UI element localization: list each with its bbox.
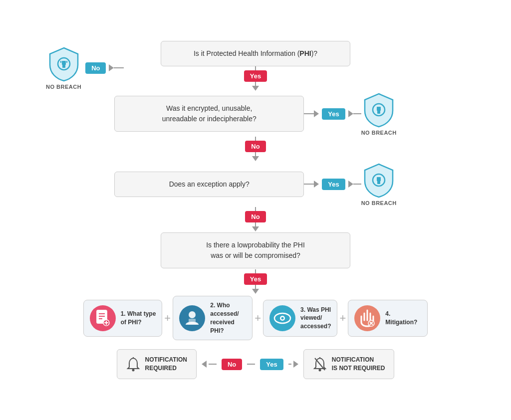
- arrow-down-4: [252, 289, 259, 294]
- arrow-down-1: [252, 86, 259, 91]
- arrow-right-3b: [348, 181, 353, 188]
- conn-v-8: [255, 285, 256, 289]
- no-badge-3: No: [245, 211, 265, 222]
- factor-circle-4: [354, 305, 380, 331]
- plus-2: +: [255, 312, 261, 325]
- svg-rect-22: [188, 323, 197, 324]
- svg-point-20: [189, 311, 196, 318]
- plus-3: +: [339, 312, 346, 325]
- svg-point-31: [318, 369, 321, 372]
- bottom-row: NOTIFICATIONREQUIRED No Yes NOTIFICATION…: [117, 349, 395, 379]
- arrow-left-bottom: [202, 361, 207, 368]
- factor-text-3: 3. Was PHIviewed/accessed?: [300, 306, 331, 331]
- conn-v-5: [255, 207, 256, 211]
- arrow-right-2b: [348, 110, 353, 117]
- notification-not-required-box: NOTIFICATIONIS NOT REQUIRED: [303, 349, 395, 379]
- no-breach-label-3: NO BREACH: [361, 200, 397, 206]
- svg-rect-2: [62, 64, 65, 68]
- factor-card-4: 4. Mitigation?: [348, 300, 428, 337]
- no-breach-2: NO BREACH: [361, 92, 397, 136]
- factor-card-1: 1. What typeof PHI?: [83, 300, 163, 337]
- line-h-2b: [353, 113, 361, 114]
- factor-circle-3: [269, 305, 295, 331]
- factors-row: 1. What typeof PHI? + 2. Whoaccessed/rec…: [16, 296, 495, 340]
- factor-text-4: 4. Mitigation?: [385, 310, 421, 327]
- arrow-down-3: [252, 226, 259, 231]
- conn-v-4: [255, 152, 256, 156]
- line-h-1: [114, 67, 124, 68]
- connector-v-2: [255, 82, 256, 86]
- yes-badge-bottom: Yes: [260, 359, 283, 370]
- svg-point-29: [132, 369, 134, 372]
- factor-text-1: 1. What typeof PHI?: [121, 310, 156, 327]
- h-line-bottom-right: [247, 364, 255, 365]
- conn-v-6: [255, 222, 256, 226]
- yes-badge-2: Yes: [322, 108, 345, 120]
- no-badge-2: No: [245, 141, 265, 152]
- factor-card-2: 2. Whoaccessed/received PHI?: [173, 296, 253, 340]
- conn-v-7: [255, 269, 256, 273]
- svg-point-25: [281, 317, 284, 319]
- yes-badge-3: Yes: [322, 179, 345, 190]
- flowchart-diagram: NO BREACH No Is it Protected Health Info…: [16, 31, 495, 389]
- svg-rect-21: [189, 319, 196, 323]
- factor-circle-2: [179, 305, 205, 331]
- h-line-bottom-r2: [288, 364, 291, 365]
- notification-required-box: NOTIFICATIONREQUIRED: [117, 349, 197, 379]
- no-badge-1: No: [85, 62, 106, 74]
- arrow-right-3: [314, 181, 319, 188]
- arrow-down-2: [252, 156, 259, 161]
- factor-text-2: 2. Whoaccessed/received PHI?: [210, 301, 246, 335]
- yes-badge-1: Yes: [244, 70, 267, 82]
- box-exception: Does an exception apply?: [114, 172, 304, 197]
- no-breach-3: NO BREACH: [361, 162, 397, 206]
- arrow-right-bottom: [293, 361, 298, 368]
- notification-required-text: NOTIFICATIONREQUIRED: [145, 356, 187, 373]
- line-h-2a: [304, 113, 314, 114]
- no-badge-bottom: No: [222, 359, 242, 370]
- arrow-right-2: [314, 110, 319, 117]
- connector-v-1: [255, 66, 256, 70]
- notification-not-required-text: NOTIFICATIONIS NOT REQUIRED: [332, 356, 385, 373]
- yes-badge-4: Yes: [244, 273, 267, 285]
- box-lowprobability: Is there a lowprobability the PHIwas or …: [161, 232, 350, 268]
- no-breach-label-2: NO BREACH: [361, 130, 397, 136]
- conn-v-3: [255, 137, 256, 141]
- line-h-3b: [353, 184, 361, 185]
- no-breach-1: NO BREACH: [46, 46, 81, 90]
- line-h-3a: [304, 184, 314, 185]
- plus-1: +: [164, 312, 171, 325]
- h-line-bottom-left: [209, 364, 217, 365]
- svg-rect-7: [377, 110, 380, 114]
- box-encrypted: Was it encrypted, unusable,unreadable or…: [114, 96, 304, 132]
- no-breach-label-1: NO BREACH: [46, 84, 81, 90]
- svg-rect-10: [377, 180, 380, 184]
- factor-card-3: 3. Was PHIviewed/accessed?: [263, 300, 337, 337]
- factor-circle-1: [90, 305, 116, 331]
- no-arrow-left-group: No Yes: [202, 359, 298, 370]
- box-phi: Is it Protected Health Information (PHI)…: [161, 41, 350, 66]
- arrow-right-1: [109, 64, 114, 71]
